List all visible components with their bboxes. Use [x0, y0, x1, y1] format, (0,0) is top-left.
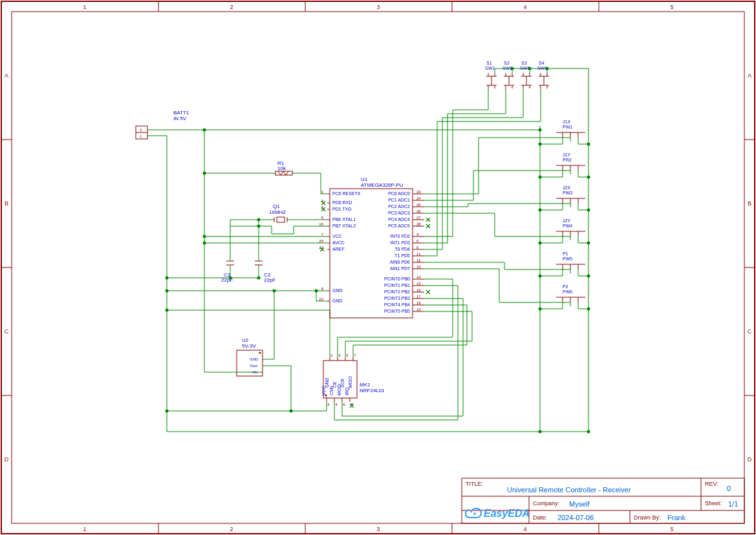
svg-text:T0 PD4: T0 PD4	[394, 247, 410, 251]
svg-text:B: B	[748, 200, 751, 207]
svg-text:PCINT1 PB1: PCINT1 PB1	[384, 283, 410, 288]
svg-text:27: 27	[416, 216, 421, 220]
svg-text:VCC: VCC	[332, 234, 342, 238]
svg-text:PD0 RXD: PD0 RXD	[332, 200, 352, 205]
svg-point-181	[203, 235, 206, 238]
svg-text:10: 10	[319, 222, 323, 226]
col-5-top: 5	[670, 4, 673, 10]
sheet-value: 1/1	[728, 500, 738, 508]
svg-text:3: 3	[338, 353, 341, 357]
svg-point-154	[587, 308, 590, 311]
svg-rect-229	[277, 217, 285, 222]
svg-point-199	[539, 430, 542, 434]
svg-text:4: 4	[416, 233, 419, 236]
svg-text:S2: S2	[504, 61, 510, 65]
svg-text:9: 9	[321, 216, 324, 220]
svg-text:C: C	[748, 328, 752, 335]
svg-text:22pF: 22pF	[264, 277, 275, 283]
rev-label: REV:	[705, 481, 718, 487]
svg-text:19: 19	[416, 308, 421, 311]
svg-text:10k: 10k	[277, 165, 286, 171]
svg-text:D: D	[748, 456, 752, 463]
svg-text:INT1 PD3: INT1 PD3	[390, 240, 410, 245]
easyeda-text: EasyEDA	[484, 508, 530, 519]
svg-text:15: 15	[416, 282, 421, 286]
svg-point-190	[257, 225, 261, 228]
svg-text:5: 5	[346, 353, 349, 357]
svg-text:PC0 ADC0: PC0 ADC0	[388, 191, 410, 196]
switch-row: S1SW1S2SW1S3SW1S4SW1	[485, 61, 549, 89]
svg-text:1: 1	[83, 526, 86, 532]
drawing-frame: 1 2 3 4 5 1 2 3 4 5 A B C D A B C D	[1, 1, 755, 534]
svg-text:12: 12	[416, 258, 421, 262]
svg-text:24: 24	[416, 196, 421, 200]
svg-point-146	[587, 275, 590, 278]
svg-text:A: A	[748, 72, 751, 79]
svg-text:P1: P1	[563, 251, 568, 256]
svg-text:INT0 PD2: INT0 PD2	[390, 234, 410, 238]
col-1-top: 1	[83, 4, 86, 10]
svg-text:PW6: PW6	[563, 289, 572, 294]
svg-text:PC1 ADC1: PC1 ADC1	[388, 198, 410, 202]
svg-text:NRF24L01: NRF24L01	[360, 388, 385, 393]
row-a-left: A	[5, 72, 8, 79]
svg-text:22pF: 22pF	[221, 277, 233, 283]
svg-text:MISO: MISO	[348, 376, 352, 388]
svg-text:T1 PD5: T1 PD5	[394, 253, 410, 258]
svg-text:PW3: PW3	[563, 191, 572, 195]
svg-text:Vin: Vin	[252, 370, 258, 374]
no-connects	[320, 201, 430, 408]
svg-text:5: 5	[416, 239, 419, 243]
svg-text:J2X: J2X	[563, 185, 570, 190]
svg-point-184	[166, 289, 169, 293]
svg-point-127	[539, 209, 542, 212]
svg-text:IRQ: IRQ	[345, 387, 350, 395]
svg-text:CSN: CSN	[329, 386, 334, 395]
svg-text:PB7 XTAL2: PB7 XTAL2	[332, 224, 356, 228]
svg-text:PC6 RESET#: PC6 RESET#	[332, 191, 360, 196]
svg-text:5: 5	[670, 526, 673, 532]
svg-text:PW1: PW1	[563, 125, 572, 129]
svg-text:PC4 ADC4: PC4 ADC4	[388, 217, 410, 222]
svg-point-180	[203, 172, 206, 175]
svg-text:J1X: J1X	[563, 120, 570, 124]
svg-text:4: 4	[335, 403, 338, 406]
svg-text:22: 22	[319, 297, 323, 301]
svg-text:Q1: Q1	[273, 204, 280, 209]
svg-text:PCINT3 PB3: PCINT3 PB3	[384, 296, 410, 300]
svg-text:J2Y: J2Y	[563, 218, 570, 223]
svg-text:28: 28	[416, 222, 421, 226]
easyeda-logo	[466, 509, 481, 518]
svg-point-446	[473, 512, 476, 515]
svg-line-224	[281, 171, 283, 175]
svg-text:18: 18	[416, 301, 421, 305]
svg-line-225	[283, 171, 286, 175]
c2-capacitor: C2 22pF	[221, 257, 234, 283]
title-value: Universal Remote Controller - Receiver	[507, 486, 631, 494]
r1-resistor: R1 10k	[275, 160, 292, 175]
mk1-nrf24l01: MK1 NRF24L01 1GND3CE5SCK7MISO 2VCC4CSN6M…	[321, 353, 385, 406]
svg-text:J1Y: J1Y	[563, 152, 570, 157]
svg-point-198	[587, 430, 590, 434]
col-3-top: 3	[376, 4, 380, 10]
svg-text:6: 6	[416, 246, 419, 249]
schematic-sheet: 1 2 3 4 5 1 2 3 4 5 A B C D A B C D 2 1 …	[0, 0, 756, 535]
svg-text:8: 8	[321, 287, 324, 291]
drawn-label: Drawn By:	[634, 514, 661, 521]
date-value: 2024-07-06	[557, 514, 594, 521]
svg-text:23: 23	[416, 190, 421, 194]
svg-point-151	[539, 308, 542, 311]
svg-point-186	[166, 410, 169, 413]
date-label: Date:	[533, 514, 547, 521]
svg-point-143	[539, 275, 542, 278]
u1-atmega: U1 ATMEGA328P-PU 1PC6 RESET#2PD0 RXD3PD1…	[319, 176, 424, 318]
batt1-connector: 2 1 BATT1 IN 5V	[136, 110, 189, 139]
svg-point-179	[203, 129, 206, 132]
svg-text:17: 17	[416, 295, 421, 299]
svg-text:S3: S3	[521, 61, 527, 65]
svg-point-188	[257, 277, 261, 280]
svg-text:PCINT0 PB0: PCINT0 PB0	[384, 277, 410, 281]
svg-text:PC5 ADC5: PC5 ADC5	[388, 224, 410, 228]
svg-text:AVCC: AVCC	[332, 240, 345, 245]
svg-point-111	[539, 143, 542, 146]
